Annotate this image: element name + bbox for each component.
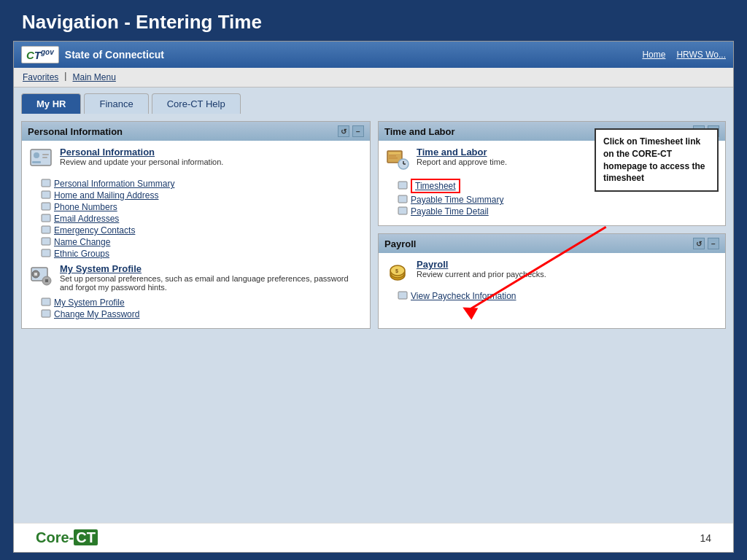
callout-text: Click on Timesheet link on the CORE-CT h… bbox=[603, 136, 705, 183]
svg-rect-18 bbox=[42, 298, 50, 306]
sublink-icon-4 bbox=[41, 225, 51, 236]
sublink-icon-sys-0 bbox=[41, 298, 51, 308]
svg-rect-34 bbox=[398, 292, 407, 299]
main-menu-link[interactable]: Main Menu bbox=[69, 71, 118, 84]
svg-rect-4 bbox=[32, 161, 41, 163]
callout-box: Click on Timesheet link on the CORE-CT h… bbox=[595, 128, 719, 192]
sublink-my-system-profile[interactable]: My System Profile bbox=[54, 298, 125, 308]
personal-info-sublinks: Personal Information Summary Home and Ma… bbox=[41, 179, 364, 259]
svg-rect-29 bbox=[398, 207, 407, 214]
sublink-ethnic-groups[interactable]: Ethnic Groups bbox=[54, 249, 109, 259]
payroll-header: Payroll ↺ − bbox=[379, 234, 725, 253]
ctgov-header: CTgov State of Connecticut Home HRWS Wo.… bbox=[14, 42, 733, 68]
sublink-icon-time-2 bbox=[398, 206, 408, 217]
payroll-panel-minimize-btn[interactable]: − bbox=[708, 238, 719, 249]
svg-rect-23 bbox=[389, 158, 398, 159]
payroll-panel: Payroll ↺ − bbox=[378, 233, 726, 329]
sublink-payable-time-summary[interactable]: Payable Time Summary bbox=[411, 195, 503, 205]
svg-rect-12 bbox=[42, 238, 50, 245]
svg-rect-22 bbox=[389, 155, 396, 157]
panel-refresh-btn[interactable]: ↺ bbox=[338, 125, 349, 137]
svg-rect-19 bbox=[42, 310, 50, 317]
personal-info-panel-title: Personal Information bbox=[28, 126, 123, 137]
sublink-icon-time-0 bbox=[398, 181, 408, 191]
svg-rect-8 bbox=[42, 191, 50, 198]
sublink-icon-3 bbox=[41, 214, 51, 224]
time-labor-title: Time and Labor bbox=[384, 126, 455, 137]
slide-footer: Core-CT 14 bbox=[14, 523, 733, 552]
hrws-link[interactable]: HRWS Wo... bbox=[676, 50, 726, 60]
tab-corect-help[interactable]: Core-CT Help bbox=[152, 93, 241, 114]
svg-rect-27 bbox=[398, 182, 407, 189]
svg-text:$: $ bbox=[395, 268, 398, 274]
nav-bar: Favorites | Main Menu bbox=[14, 68, 733, 88]
sublink-icon-1 bbox=[41, 190, 51, 201]
svg-point-3 bbox=[34, 152, 39, 158]
sublink-home-mailing[interactable]: Home and Mailing Address bbox=[54, 190, 158, 201]
svg-rect-9 bbox=[42, 203, 50, 210]
sublink-email-addresses[interactable]: Email Addresses bbox=[54, 214, 119, 224]
ctgov-logo: CTgov bbox=[21, 46, 59, 63]
my-system-profile-link[interactable]: My System Profile bbox=[60, 263, 364, 274]
sublink-name-change[interactable]: Name Change bbox=[54, 237, 110, 247]
svg-rect-10 bbox=[42, 214, 50, 222]
page-area: Click on Timesheet link on the CORE-CT h… bbox=[14, 114, 733, 523]
system-profile-icon bbox=[28, 263, 54, 289]
svg-rect-28 bbox=[398, 195, 407, 203]
home-link[interactable]: Home bbox=[642, 50, 665, 60]
sublink-icon-2 bbox=[41, 202, 51, 212]
sublink-icon-payroll-0 bbox=[398, 291, 408, 301]
personal-info-desc: Review and update your personal informat… bbox=[60, 158, 223, 166]
svg-rect-5 bbox=[42, 154, 49, 155]
payroll-desc: Review current and prior paychecks. bbox=[417, 270, 546, 279]
slide-title: Navigation - Entering Time bbox=[22, 11, 725, 34]
time-labor-desc: Report and approve time. bbox=[417, 158, 507, 166]
time-labor-link[interactable]: Time and Labor bbox=[417, 147, 507, 158]
sublink-icon-0 bbox=[41, 179, 51, 189]
payroll-link[interactable]: Payroll bbox=[417, 259, 546, 270]
personal-info-link[interactable]: Personal Information bbox=[60, 147, 223, 158]
corect-logo: Core-CT bbox=[36, 529, 98, 546]
page-number: 14 bbox=[700, 532, 711, 544]
personal-info-panel: Personal Information ↺ − bbox=[21, 121, 371, 329]
sublink-personal-info-summary[interactable]: Personal Information Summary bbox=[54, 179, 174, 189]
sublink-icon-time-1 bbox=[398, 195, 408, 205]
payroll-icon: $ bbox=[384, 259, 411, 285]
site-title: State of Connecticut bbox=[65, 49, 164, 61]
sublink-phone-numbers[interactable]: Phone Numbers bbox=[54, 202, 117, 212]
svg-rect-13 bbox=[42, 249, 50, 257]
svg-rect-11 bbox=[42, 226, 50, 233]
payroll-panel-refresh-btn[interactable]: ↺ bbox=[693, 238, 705, 249]
svg-rect-17 bbox=[45, 279, 48, 282]
sublink-icon-6 bbox=[41, 249, 51, 259]
logo-ct-highlight: CT bbox=[74, 529, 98, 545]
tab-finance[interactable]: Finance bbox=[84, 93, 148, 114]
time-labor-icon bbox=[384, 147, 411, 173]
svg-rect-21 bbox=[389, 152, 400, 154]
sublink-emergency-contacts[interactable]: Emergency Contacts bbox=[54, 225, 135, 236]
svg-rect-6 bbox=[42, 157, 47, 158]
payroll-title: Payroll bbox=[384, 238, 416, 249]
panel-minimize-btn[interactable]: − bbox=[352, 125, 364, 137]
personal-info-panel-header: Personal Information ↺ − bbox=[22, 122, 370, 141]
logo-gov: gov bbox=[41, 48, 54, 56]
my-system-profile-desc: Set up personal preferences, such as ema… bbox=[60, 274, 364, 292]
logo-corect-text: Core- bbox=[36, 529, 74, 545]
personal-info-icon bbox=[28, 147, 54, 173]
svg-rect-7 bbox=[42, 179, 50, 187]
sublink-change-password[interactable]: Change My Password bbox=[54, 309, 139, 319]
favorites-link[interactable]: Favorites bbox=[20, 71, 61, 84]
sublink-icon-sys-1 bbox=[41, 309, 51, 319]
tab-bar: My HR Finance Core-CT Help bbox=[14, 88, 733, 114]
sublink-view-paycheck[interactable]: View Paycheck Information bbox=[411, 291, 516, 301]
sublink-icon-5 bbox=[41, 237, 51, 247]
sublink-payable-time-detail[interactable]: Payable Time Detail bbox=[411, 206, 489, 217]
logo-ct: C bbox=[26, 49, 34, 61]
sublink-timesheet[interactable]: Timesheet bbox=[411, 179, 460, 193]
tab-myhr[interactable]: My HR bbox=[21, 93, 81, 114]
